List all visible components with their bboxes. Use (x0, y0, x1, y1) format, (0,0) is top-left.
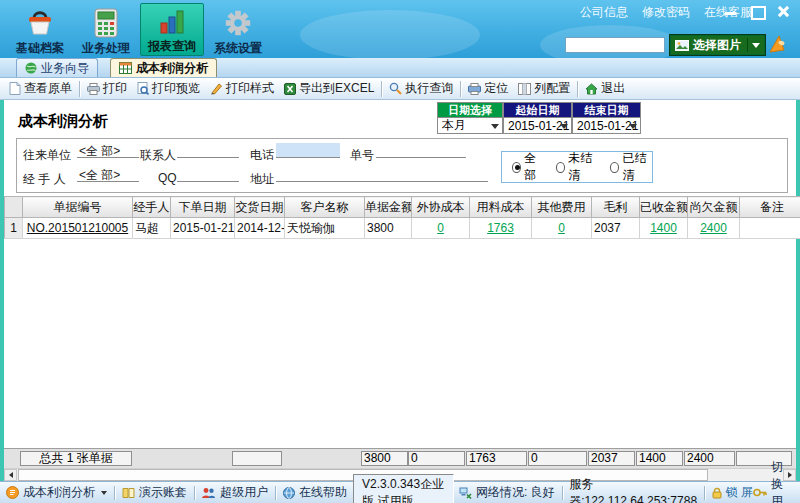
lock-screen-button[interactable]: 锁 屏 (712, 484, 753, 501)
print-button[interactable]: 打印 (82, 79, 132, 99)
received-link[interactable]: 1400 (650, 221, 677, 235)
column-header[interactable]: 下单日期 (171, 197, 235, 218)
export-excel-button[interactable]: 导出到EXCEL (279, 79, 379, 99)
column-header[interactable]: 用料成本 (470, 197, 532, 218)
toolbar-label: 打印样式 (226, 80, 274, 97)
toolbar-label: 查看原单 (24, 80, 72, 97)
statusbar-separator (114, 486, 115, 500)
run-query-button[interactable]: 执行查询 (384, 79, 458, 99)
nav-item-report-query[interactable]: 报表查询 (140, 3, 204, 56)
scroll-left-button[interactable] (4, 469, 17, 481)
minimize-button[interactable] (724, 5, 738, 17)
qq-field[interactable] (177, 167, 239, 182)
settle-status-radio-group: 全部 未结清 已结清 (501, 151, 653, 183)
locate-icon (468, 83, 481, 95)
unit-field[interactable]: <全 部> (77, 143, 139, 158)
main-nav: 基础档案 业务处理 (8, 3, 270, 56)
globe-icon (25, 62, 37, 74)
start-date-dropdown[interactable]: 2015-01-21 (503, 117, 572, 134)
nav-label: 基础档案 (16, 40, 64, 57)
material-cost-link[interactable]: 1763 (487, 221, 514, 235)
other-cost-link[interactable]: 0 (558, 221, 565, 235)
column-header[interactable]: 已收金额 (640, 197, 688, 218)
status-help-label: 在线帮助 (299, 484, 347, 501)
column-header[interactable]: 毛利 (592, 197, 640, 218)
notebook-icon (122, 487, 135, 499)
phone-field[interactable] (276, 143, 340, 158)
top-header: 基础档案 业务处理 (0, 0, 800, 58)
radio-label: 全部 (524, 150, 544, 184)
owed-link[interactable]: 2400 (700, 221, 727, 235)
column-header[interactable]: 单据编号 (23, 197, 133, 218)
outsource-cost-link[interactable]: 0 (437, 221, 444, 235)
radio-all[interactable]: 全部 (512, 150, 544, 184)
summary-gross-profit: 2037 (588, 451, 635, 466)
nav-item-system-settings[interactable]: 系统设置 (206, 3, 270, 56)
select-image-button[interactable]: 选择图片 (670, 35, 765, 55)
end-date-dropdown[interactable]: 2015-01-21 (572, 117, 641, 134)
print-preview-button[interactable]: 打印预览 (132, 79, 205, 99)
column-header[interactable]: 客户名称 (285, 197, 365, 218)
delivery-date-cell: 2014-12-3 (235, 218, 285, 239)
change-password-link[interactable]: 修改密码 (642, 4, 690, 21)
locate-button[interactable]: 定位 (463, 79, 513, 99)
banner-text-input[interactable] (565, 37, 665, 53)
status-user[interactable]: 超级用户 (201, 484, 268, 501)
column-header[interactable]: 单据金额 (365, 197, 412, 218)
page-title: 成本利润分析 (18, 112, 108, 131)
doc-no-cell: NO.201501210005 (23, 218, 133, 239)
customer-cell: 天悦瑜伽 (285, 218, 365, 239)
status-bar: 成本利润分析 演示账套 超级用户 在线帮助 V2.3.0.343企业版 试用版 … (0, 481, 800, 503)
radio-settled[interactable]: 已结清 (610, 150, 652, 184)
summary-empty-box (232, 451, 282, 466)
print-style-button[interactable]: 打印样式 (205, 79, 279, 99)
radio-unsettled[interactable]: 未结清 (556, 150, 598, 184)
status-online-help[interactable]: 在线帮助 (283, 484, 347, 501)
statusbar-separator (275, 486, 276, 500)
status-account[interactable]: 演示账套 (122, 484, 187, 501)
maximize-button[interactable] (750, 5, 764, 17)
unit-label: 往来单位 (23, 147, 71, 164)
horn-icon[interactable] (766, 33, 788, 55)
column-header[interactable]: 其他费用 (532, 197, 592, 218)
switch-user-button[interactable]: 切换用户 (753, 459, 794, 503)
image-icon (675, 40, 689, 51)
column-header[interactable]: 外协成本 (412, 197, 470, 218)
column-config-button[interactable]: 列配置 (513, 79, 575, 99)
view-original-order-button[interactable]: 查看原单 (4, 79, 77, 99)
version-label: V2.3.0.343企业版 试用版 (353, 474, 454, 503)
order-no-label: 单号 (350, 147, 374, 164)
contact-field[interactable] (177, 143, 239, 158)
toolbar-label: 列配置 (534, 80, 570, 97)
pen-icon (210, 82, 223, 95)
document-icon (9, 82, 21, 95)
date-preset-dropdown[interactable]: 本月 (437, 117, 503, 134)
columns-icon (518, 83, 531, 95)
statusbar-separator (562, 486, 563, 500)
button-divider (747, 38, 748, 52)
handler-field[interactable]: <全 部> (77, 167, 139, 182)
column-header[interactable]: 备注 (740, 197, 800, 218)
toolbar-label: 退出 (601, 80, 625, 97)
tab-cost-profit-analysis[interactable]: 成本利润分析 (110, 58, 217, 77)
nav-label: 系统设置 (214, 40, 262, 57)
status-network: 网络情况: 良好 (459, 484, 555, 501)
tab-business-wizard[interactable]: 业务向导 (16, 58, 98, 77)
statusbar-separator (194, 486, 195, 500)
address-field[interactable] (276, 167, 488, 182)
exit-button[interactable]: 退出 (580, 79, 630, 99)
order-no-field[interactable] (376, 143, 466, 158)
column-header[interactable]: 尚欠金额 (688, 197, 740, 218)
nav-item-business-processing[interactable]: 业务处理 (74, 3, 138, 56)
doc-no-link[interactable]: NO.201501210005 (27, 221, 128, 235)
close-button[interactable] (776, 5, 790, 17)
column-header[interactable]: 经手人 (133, 197, 171, 218)
summary-outsource-cost: 0 (408, 451, 465, 466)
status-report-selector[interactable]: 成本利润分析 (6, 484, 107, 501)
content-area: 日期选择 起始日期 结束日期 本月 2015-01-21 2015-01-21 … (0, 100, 800, 481)
nav-item-basic-archives[interactable]: 基础档案 (8, 3, 72, 56)
chevron-down-icon (629, 124, 637, 129)
company-info-link[interactable]: 公司信息 (580, 4, 628, 21)
date-range-selector: 日期选择 起始日期 结束日期 本月 2015-01-21 2015-01-21 (437, 102, 641, 134)
column-header[interactable]: 交货日期 (235, 197, 285, 218)
